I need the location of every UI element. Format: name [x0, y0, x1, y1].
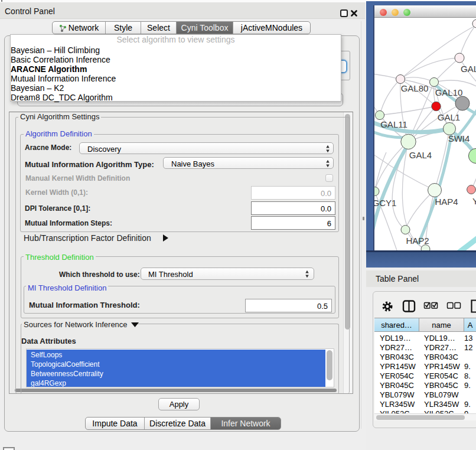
svg-text:GAL10: GAL10	[435, 87, 463, 97]
svg-text:SWI4: SWI4	[448, 133, 470, 144]
svg-text:GCY1: GCY1	[374, 198, 396, 208]
svg-text:GAL11: GAL11	[380, 119, 407, 129]
svg-text:HAP2: HAP2	[406, 236, 429, 246]
svg-text:GAL4: GAL4	[409, 150, 432, 160]
svg-text:GAL1: GAL1	[438, 112, 460, 122]
svg-text:HAP4: HAP4	[435, 197, 458, 207]
svg-text:Y: Y	[472, 196, 476, 206]
svg-text:GAL7: GAL7	[461, 64, 476, 74]
svg-text:GAL80: GAL80	[401, 83, 429, 93]
